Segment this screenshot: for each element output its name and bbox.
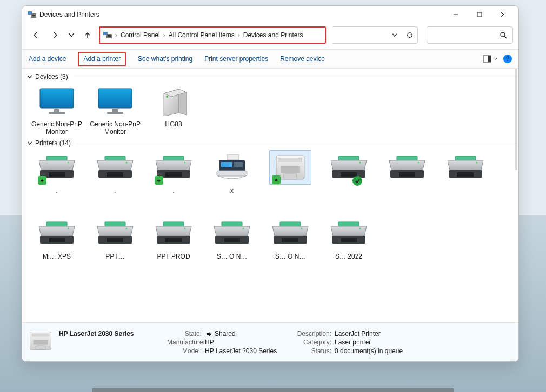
list-item[interactable]: HG88 <box>147 84 201 138</box>
address-bar-tail[interactable] <box>332 26 418 44</box>
crumb-1[interactable]: All Control Panel Items <box>169 31 235 39</box>
app-icon <box>28 10 36 19</box>
list-item[interactable]: S… O N… <box>263 216 317 262</box>
list-item[interactable] <box>322 150 376 197</box>
list-item[interactable]: x <box>205 150 259 197</box>
printer-icon <box>328 216 370 251</box>
chevron-right-icon: › <box>115 31 117 39</box>
see-printing-button[interactable]: See what's printing <box>138 55 192 63</box>
details-thumb <box>28 329 54 355</box>
item-label: PPT PROD <box>157 253 190 260</box>
list-item[interactable]: Generic Non-PnP Monitor <box>30 84 84 138</box>
minimize-button[interactable] <box>444 7 468 22</box>
item-label: . <box>172 187 174 194</box>
back-button[interactable] <box>28 28 44 43</box>
crumb-0[interactable]: Control Panel <box>121 31 160 39</box>
command-bar: Add a device Add a printer See what's pr… <box>22 49 518 69</box>
item-label: Generic Non-PnP Monitor <box>88 120 142 136</box>
item-label: Mi… XPS <box>43 253 71 260</box>
search-box[interactable] <box>427 26 513 44</box>
recent-dropdown[interactable] <box>66 28 76 43</box>
share-badge <box>38 176 46 185</box>
details-category-label: Category: <box>291 339 335 346</box>
chevron-down-icon <box>26 140 33 146</box>
item-label: S… 2022 <box>335 253 362 260</box>
printer-icon <box>328 150 370 185</box>
details-status-label: Status: <box>291 347 335 355</box>
forward-button[interactable] <box>47 28 63 43</box>
item-label: PPT… <box>105 253 124 260</box>
details-model-value: HP LaserJet 2030 Series <box>205 347 291 355</box>
list-item[interactable]: PPT… <box>88 216 142 262</box>
list-item[interactable]: Mi… XPS <box>30 216 84 262</box>
group-label: Printers (14) <box>35 139 71 147</box>
item-label: S… O N… <box>275 253 306 260</box>
group-header-devices[interactable]: Devices (3) <box>25 72 517 84</box>
list-item[interactable] <box>380 150 434 197</box>
nav-row: › Control Panel › All Control Panel Item… <box>22 23 518 49</box>
list-item[interactable]: Generic Non-PnP Monitor <box>88 84 142 138</box>
list-item[interactable] <box>438 150 492 197</box>
window: Devices and Printers › Control Panel › A… <box>22 5 519 362</box>
details-name: HP LaserJet 2030 Series <box>59 330 167 337</box>
close-button[interactable] <box>491 7 515 22</box>
default-badge <box>352 176 362 186</box>
hpbox-icon <box>269 150 311 185</box>
share-badge <box>155 176 163 185</box>
chevron-down-icon <box>494 57 498 61</box>
svg-rect-23 <box>488 56 491 62</box>
list-item[interactable]: . <box>30 150 84 197</box>
details-manufacturer-value: HP <box>205 339 291 346</box>
list-item[interactable]: . <box>147 150 201 197</box>
details-state-label: State: <box>167 330 205 337</box>
item-label: . <box>56 187 57 194</box>
list-item[interactable]: PPT PROD <box>147 216 201 262</box>
share-badge <box>272 175 281 184</box>
item-label: . <box>114 187 116 194</box>
chevron-right-icon: › <box>163 31 165 39</box>
printers-grid: . . . x <box>25 150 517 197</box>
refresh-icon[interactable] <box>407 32 413 38</box>
share-icon <box>205 330 212 337</box>
monitor-icon <box>36 84 78 118</box>
print-server-props-button[interactable]: Print server properties <box>204 55 268 63</box>
divider <box>76 143 517 143</box>
list-item[interactable]: S… O N… <box>205 216 259 262</box>
list-item[interactable]: . <box>88 150 142 197</box>
printer-icon <box>269 216 311 251</box>
monitor-icon <box>94 84 136 118</box>
details-category-value: Laser printer <box>335 339 443 346</box>
printer-icon <box>152 150 195 185</box>
item-label: Generic Non-PnP Monitor <box>30 120 84 136</box>
up-button[interactable] <box>79 28 96 43</box>
breadcrumb[interactable]: › Control Panel › All Control Panel Item… <box>99 26 326 44</box>
printer-icon <box>152 216 195 251</box>
printer-icon <box>444 150 487 185</box>
item-label: S… O N… <box>217 253 248 260</box>
breadcrumb-root-icon <box>103 31 112 39</box>
list-item[interactable]: S… 2022 <box>322 216 376 262</box>
maximize-button[interactable] <box>468 7 491 22</box>
titlebar: Devices and Printers <box>22 6 518 23</box>
details-status-value: 0 document(s) in queue <box>335 347 443 355</box>
content-area: Devices (3) Generic Non-PnP Monitor Gene… <box>22 69 518 322</box>
taskbar-hint <box>92 388 454 392</box>
crumb-2[interactable]: Devices and Printers <box>243 31 303 39</box>
add-device-button[interactable]: Add a device <box>29 55 66 63</box>
search-icon <box>500 31 507 39</box>
printer-icon <box>36 216 78 251</box>
remove-device-button[interactable]: Remove device <box>280 55 325 63</box>
group-header-printers[interactable]: Printers (14) <box>25 138 517 150</box>
details-description-label: Description: <box>291 330 335 337</box>
add-printer-button[interactable]: Add a printer <box>78 52 126 66</box>
printers-grid-2: Mi… XPS PPT… PPT PROD S… O N… S… O N… S…… <box>25 197 517 262</box>
fax-icon <box>211 150 253 185</box>
scrollbar[interactable] <box>515 69 517 322</box>
view-options-button[interactable] <box>483 55 498 63</box>
divider <box>74 77 517 77</box>
help-button[interactable]: ? <box>503 55 512 63</box>
pc-icon <box>152 84 195 118</box>
chevron-down-icon[interactable] <box>391 32 398 38</box>
group-label: Devices (3) <box>35 73 68 80</box>
list-item[interactable] <box>263 150 317 197</box>
